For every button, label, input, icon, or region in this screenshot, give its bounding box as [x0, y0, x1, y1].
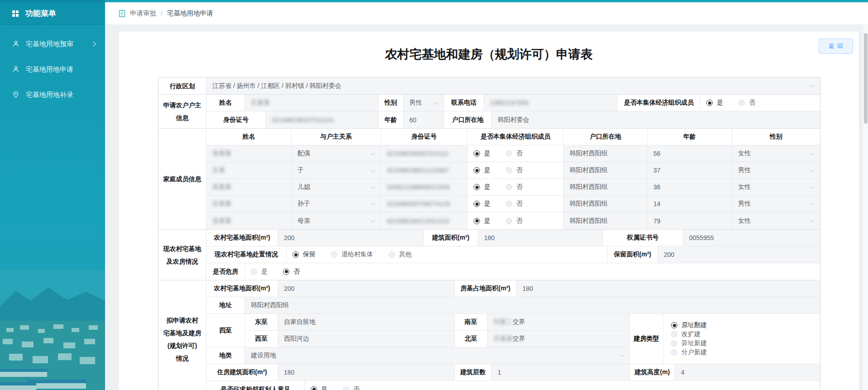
cert-input[interactable]: 0055955: [683, 230, 820, 246]
member-age-input[interactable]: 56: [647, 145, 732, 162]
member-relation-select[interactable]: 母亲: [292, 212, 381, 229]
south-input[interactable]: 刘某二交界: [488, 314, 629, 330]
west-input[interactable]: 西阳河边: [278, 331, 455, 347]
member-relation-select[interactable]: 子: [292, 162, 381, 178]
member-relation-select[interactable]: 孙子: [292, 196, 381, 212]
height-value: 4: [681, 369, 685, 376]
radio-no[interactable]: 否: [506, 149, 523, 158]
keep-area-value: 200: [664, 251, 674, 258]
radio-label: 是: [484, 183, 490, 191]
member-age-input[interactable]: 36: [647, 179, 732, 195]
member-name: 高某某: [212, 183, 231, 191]
area-input[interactable]: 200: [278, 230, 424, 246]
radio-no[interactable]: 否: [739, 99, 755, 107]
member-id-input[interactable]: 321088198511120407: [381, 162, 468, 178]
member-place-input[interactable]: 韩阳村西阳组: [564, 162, 647, 178]
member-gender-select[interactable]: 女性: [732, 212, 820, 229]
height-input[interactable]: 4: [675, 364, 820, 380]
member-place-input[interactable]: 韩阳村西阳组: [564, 145, 647, 162]
user-icon: [12, 66, 19, 73]
family-member-row: 吕某 子 321088198511120407 是 否 韩阳村西阳组 37 男性: [206, 162, 820, 179]
radio-yes[interactable]: 是: [474, 217, 490, 225]
member-name-input[interactable]: 张某某: [206, 212, 292, 229]
house-type-radio-group: 原址翻建 改扩建 异址新建 分户新建: [663, 314, 820, 364]
age-input[interactable]: 60: [403, 111, 444, 128]
sidebar-menu: 宅基地用地预审 宅基地用地申请 宅基地用地补录: [0, 25, 105, 107]
radio-label: 否: [516, 217, 523, 225]
member-gender-select[interactable]: 男性: [732, 196, 820, 212]
radio-selected-icon: [474, 184, 480, 190]
radio-split-household[interactable]: 分户新建: [671, 348, 820, 357]
gender-select[interactable]: 男性: [403, 95, 444, 111]
member-gender-select[interactable]: 女性: [732, 179, 820, 195]
member-age-input[interactable]: 79: [647, 212, 732, 229]
radio-no[interactable]: 否: [283, 268, 300, 276]
id-input[interactable]: 321088196207011101: [266, 111, 379, 128]
hukou-value: 韩阳村委会: [498, 116, 529, 124]
member-id-input[interactable]: 321088194212021110: [381, 212, 468, 229]
area-input[interactable]: 200: [278, 280, 455, 297]
radio-return[interactable]: 退给村集体: [331, 250, 373, 259]
radio-label: 其他: [399, 250, 412, 259]
admin-region-select[interactable]: 江苏省 / 扬州市 / 江都区 / 郭村镇 / 韩阳村委会: [206, 77, 820, 94]
member-place-input[interactable]: 韩阳村西阳组: [564, 179, 647, 195]
member-id-input[interactable]: 321088200709274125: [381, 196, 468, 212]
radio-yes[interactable]: 是: [251, 268, 268, 276]
member-id-input[interactable]: 321088196302101111: [381, 145, 468, 162]
radio-yes[interactable]: 是: [474, 149, 490, 158]
member-relation-select[interactable]: 儿媳: [292, 179, 381, 195]
document-icon: [119, 10, 125, 17]
radio-label: 保留: [303, 250, 316, 259]
member-name-input[interactable]: 吕某: [206, 162, 292, 178]
radio-yes[interactable]: 是: [706, 99, 723, 107]
east-input[interactable]: 自家自留地: [278, 314, 455, 330]
sidebar-item-application[interactable]: 宅基地用地申请: [0, 57, 105, 82]
land-type-select[interactable]: 建设用地: [245, 347, 629, 364]
back-button[interactable]: 返回: [819, 39, 853, 54]
radio-other[interactable]: 其他: [388, 250, 412, 259]
name-input[interactable]: 吕某某: [245, 95, 379, 111]
radio-renovate-expand[interactable]: 改扩建: [671, 330, 820, 339]
keep-area-input[interactable]: 200: [658, 246, 820, 263]
member-name-input[interactable]: 吕某某: [206, 196, 292, 212]
member-name-input[interactable]: 张某某: [206, 145, 292, 162]
sidebar-item-pre-review[interactable]: 宅基地用地预审: [0, 31, 105, 57]
radio-new-site[interactable]: 异址新建: [671, 339, 820, 348]
member-place-input[interactable]: 韩阳村西阳组: [564, 196, 647, 212]
base-area-input[interactable]: 180: [517, 280, 820, 297]
radio-yes[interactable]: 是: [474, 183, 490, 191]
member-age-input[interactable]: 37: [647, 162, 732, 178]
section-current-homestead: 现农村宅基地 及农房情况 农村宅基地面积(m²) 200 建筑面积(m²) 18…: [158, 230, 820, 280]
radio-rebuild-on-site[interactable]: 原址翻建: [671, 321, 820, 330]
address-input[interactable]: 韩阳村西阳组: [245, 297, 820, 313]
scrollbar-track[interactable]: [863, 25, 868, 390]
member-gender-select[interactable]: 女性: [732, 145, 820, 162]
member-place-input[interactable]: 韩阳村西阳组: [564, 212, 647, 229]
sidebar-item-supplement[interactable]: 宅基地用地补录: [0, 82, 105, 107]
member-age-input[interactable]: 14: [647, 196, 732, 212]
radio-no[interactable]: 否: [506, 217, 523, 225]
radio-no[interactable]: 否: [506, 200, 523, 208]
radio-yes[interactable]: 是: [474, 166, 490, 174]
breadcrumb-item-current: 宅基地用地申请: [167, 9, 213, 18]
radio-yes[interactable]: 是: [474, 200, 490, 208]
scrollbar-thumb[interactable]: [864, 33, 868, 124]
member-id-input[interactable]: 320921198609021504: [381, 179, 468, 195]
north-input[interactable]: 吕某某交界: [488, 331, 629, 347]
floors-value: 1: [498, 369, 501, 376]
floors-input[interactable]: 1: [492, 364, 630, 380]
radio-keep[interactable]: 保留: [293, 250, 316, 259]
phone-input[interactable]: 13852197500: [484, 95, 618, 111]
build-area-input[interactable]: 180: [478, 230, 603, 246]
radio-no[interactable]: 否: [506, 183, 523, 191]
member-name-input[interactable]: 高某某: [206, 179, 292, 195]
radio-yes[interactable]: 是: [311, 385, 327, 390]
member-relation-select[interactable]: 配偶: [292, 145, 381, 162]
radio-no[interactable]: 否: [506, 166, 523, 174]
floor-area-input[interactable]: 180: [278, 364, 455, 380]
member-gender-select[interactable]: 男性: [732, 162, 820, 178]
hukou-input[interactable]: 韩阳村委会: [492, 111, 820, 128]
breadcrumb-item[interactable]: 申请审批: [130, 9, 156, 18]
chevron-down-icon: [370, 168, 375, 172]
radio-no[interactable]: 否: [343, 385, 360, 390]
